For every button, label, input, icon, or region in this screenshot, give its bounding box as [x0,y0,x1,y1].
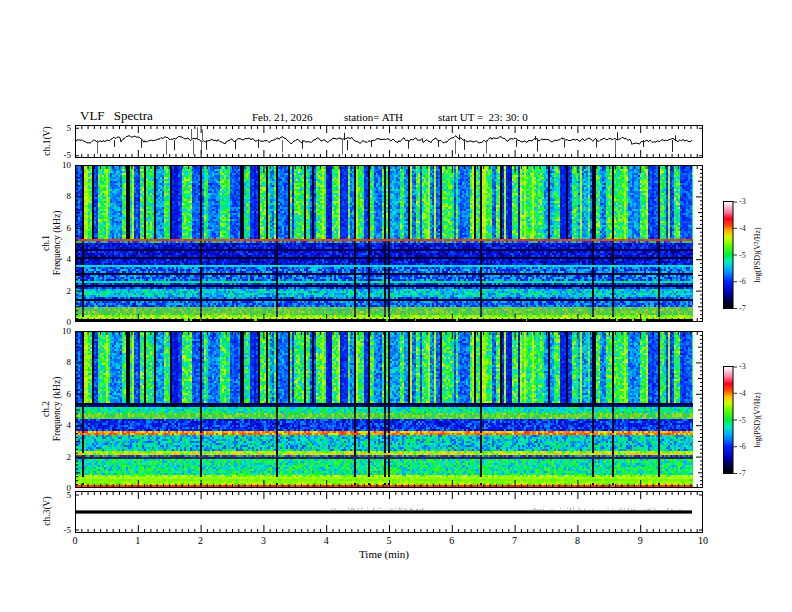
colorbar-2-tick-label: -6 [739,442,746,452]
x-tick-label: 9 [625,536,655,546]
colorbar-2-tick-label: -5 [739,416,746,426]
colorbar-2-label: log(PSD)(V²/Hz) [752,392,763,447]
spec1-y-tick-label: 10 [41,160,71,170]
spec1-y-tick-label: 6 [41,223,71,233]
ch1-frequency-axis-label: ch.1 Frequency (kHz) [41,211,63,276]
ch1-frequency-axis-label-line2: Frequency (kHz) [52,211,63,276]
colorbar-1-tick-label: -3 [739,197,746,207]
ch1-spectrogram-canvas [75,165,703,322]
colorbar-2-tick-label: -3 [739,362,746,372]
colorbar-2-tick-label: -7 [739,469,746,479]
colorbar-1-tick-label: -4 [739,224,746,234]
colorbar-1-label: log(PSD)(V²/Hz) [752,227,763,282]
ch1-frequency-axis-label-line1: ch.1 [41,211,52,276]
spec1-y-tick-label: 2 [41,286,71,296]
colorbar-2-canvas [723,366,739,475]
x-tick-label: 10 [688,536,718,546]
x-tick-label: 4 [311,536,341,546]
spec2-y-tick-label: 2 [41,452,71,462]
ch2-frequency-axis-label-line2: Frequency (kHz) [52,377,63,442]
x-tick-label: 5 [374,536,404,546]
spec1-y-tick-label: 8 [41,191,71,201]
ch3-y-tick-label: -5 [41,525,71,535]
x-tick-label: 7 [500,536,530,546]
station-label: station= ATH [344,111,403,123]
ch3-y-tick-label: 5 [41,490,71,500]
spec2-y-tick-label: 10 [41,326,71,336]
x-axis-title: Time (min) [359,548,409,560]
x-tick-label: 1 [123,536,153,546]
ch2-spectrogram-canvas [75,331,703,488]
spec2-y-tick-label: 4 [41,420,71,430]
spec2-y-tick-label: 6 [41,389,71,399]
spec1-y-tick-label: 4 [41,254,71,264]
ch2-frequency-axis-label: ch.2 Frequency (kHz) [41,377,63,442]
ch3-waveform-canvas [75,491,703,533]
vlf-spectra-figure: VLF Spectra Feb. 21, 2026 station= ATH s… [0,0,792,612]
x-tick-label: 3 [248,536,278,546]
colorbar-1-tick-label: -6 [739,277,746,287]
spec2-y-tick-label: 8 [41,357,71,367]
x-tick-label: 0 [60,536,90,546]
ch1-waveform-canvas [75,125,703,158]
x-tick-label: 2 [186,536,216,546]
waveform-y-tick-label: -5 [41,150,71,160]
colorbar-1-tick-label: -7 [739,304,746,314]
ch3-voltage-axis-label: ch.3(V) [42,496,53,525]
start-ut-label: start UT = 23: 30: 0 [438,111,528,123]
x-tick-label: 8 [562,536,592,546]
colorbar-2-tick-label: -4 [739,389,746,399]
figure-title: VLF Spectra [80,108,153,124]
date-label: Feb. 21, 2026 [252,111,313,123]
waveform-y-tick-label: 5 [41,123,71,133]
x-tick-label: 6 [437,536,467,546]
ch2-frequency-axis-label-line1: ch.2 [41,377,52,442]
colorbar-1-canvas [723,201,739,310]
colorbar-1-tick-label: -5 [739,251,746,261]
